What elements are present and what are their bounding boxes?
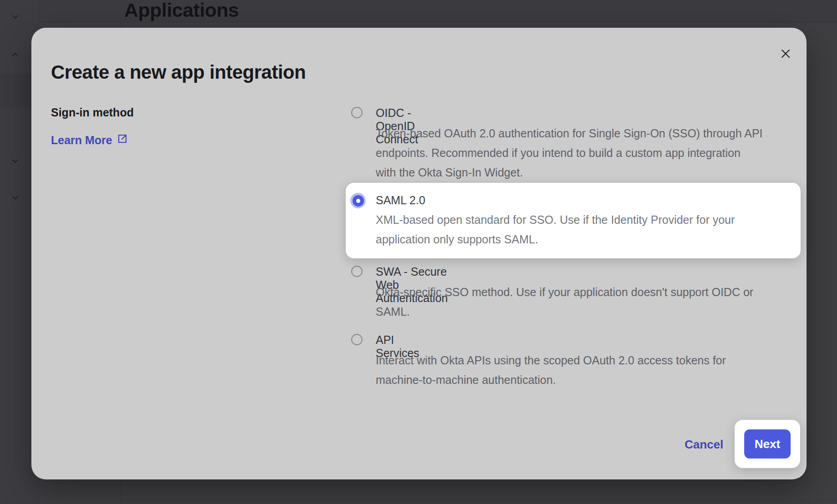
radio-saml-selected[interactable] [350, 193, 366, 208]
option-saml-desc-line: application only supports SAML. [376, 232, 538, 246]
next-button[interactable]: Next [744, 429, 791, 459]
option-saml-desc-line: XML-based open standard for SSO. Use if … [376, 213, 735, 227]
option-saml-label: SAML 2.0 [376, 194, 425, 207]
next-button-highlight: Next [735, 420, 800, 468]
option-saml-highlight[interactable]: SAML 2.0 XML-based open standard for SSO… [346, 183, 801, 258]
